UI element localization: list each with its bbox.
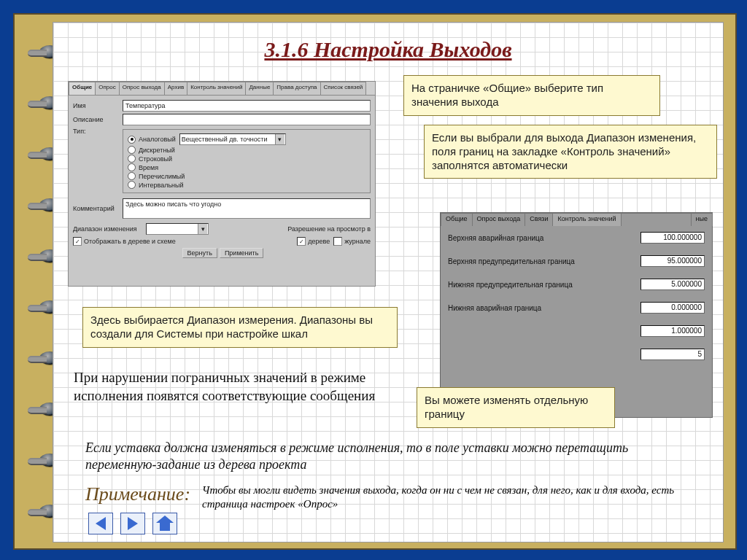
- range-label: Диапазон изменения: [73, 225, 146, 233]
- tab-access[interactable]: Права доступа: [273, 82, 320, 95]
- body-text-2: Если уставка должна изменяться в режиме …: [85, 440, 698, 472]
- tab-poll[interactable]: Опрос: [95, 82, 119, 95]
- type-analog[interactable]: Аналоговый Вещественный дв. точности: [128, 133, 365, 145]
- type-string[interactable]: Строковый: [128, 155, 365, 163]
- upper-warn-value[interactable]: 95.000000: [640, 255, 705, 267]
- show-tree-label: Отображать в дереве и схеме: [84, 238, 176, 245]
- callout-range-auto: Если вы выбрали для выхода Диапазон изме…: [424, 125, 717, 179]
- desc-label: Описание: [73, 116, 123, 123]
- p2-tab-poll[interactable]: Опрос выхода: [472, 213, 526, 226]
- arrow-left-icon: [96, 517, 106, 530]
- lower-warn-label: Нижняя предупредительная граница: [448, 281, 573, 289]
- tab-value-control[interactable]: Контроль значений: [187, 82, 246, 95]
- show-tree-checkbox[interactable]: ✓: [73, 237, 82, 246]
- type-label: Тип:: [73, 128, 123, 135]
- tab-links[interactable]: Список связей: [320, 82, 367, 95]
- perm-tree-checkbox[interactable]: ✓: [297, 237, 306, 246]
- upper-alarm-label: Верхняя аварийная граница: [448, 234, 543, 242]
- type-enum[interactable]: Перечислимый: [128, 172, 365, 180]
- tab-general[interactable]: Общие: [69, 82, 96, 95]
- subtype-dropdown[interactable]: Вещественный дв. точности: [179, 133, 286, 145]
- type-interval[interactable]: Интервальный: [128, 181, 365, 189]
- apply-button[interactable]: Применить: [220, 248, 264, 258]
- p2-tab-extra[interactable]: ные: [691, 213, 713, 226]
- lower-alarm-label: Нижняя аварийная граница: [448, 304, 541, 312]
- body-text-1: При нарушении пограничных значений в реж…: [74, 369, 395, 405]
- extra-value-2[interactable]: 5: [640, 349, 705, 360]
- comment-label: Комментарий: [73, 205, 123, 212]
- page-title: 3.1.6 Настройка Выходов: [53, 37, 723, 62]
- upper-alarm-value[interactable]: 100.000000: [640, 232, 705, 244]
- panel1-tabs: Общие Опрос Опрос выхода Архив Контроль …: [69, 82, 375, 96]
- revert-button[interactable]: Вернуть: [182, 248, 217, 258]
- perm-label: Разрешение на просмотр в: [287, 225, 371, 233]
- name-input[interactable]: Температура: [123, 100, 371, 112]
- general-settings-panel: Общие Опрос Опрос выхода Архив Контроль …: [68, 81, 376, 287]
- tab-archive[interactable]: Архив: [164, 82, 187, 95]
- panel2-tabs: Общие Опрос выхода Связи Контроль значен…: [441, 213, 712, 226]
- lower-warn-value[interactable]: 5.000000: [640, 279, 705, 290]
- p2-tab-control[interactable]: Контроль значений: [552, 213, 621, 226]
- prev-button[interactable]: [88, 513, 113, 534]
- range-dropdown[interactable]: [146, 223, 209, 235]
- type-discrete[interactable]: Дискретный: [128, 146, 365, 154]
- next-button[interactable]: [120, 513, 145, 534]
- perm-journal-checkbox[interactable]: [333, 237, 342, 246]
- callout-edit-limit: Вы можете изменять отдельную границу: [417, 387, 615, 428]
- lower-alarm-value[interactable]: 0.000000: [640, 302, 705, 314]
- slide-nav: [88, 513, 177, 534]
- note-label: Примечание:: [85, 483, 190, 505]
- comment-input[interactable]: Здесь можно писать что угодно: [123, 198, 371, 219]
- tab-poll-output[interactable]: Опрос выхода: [119, 82, 165, 95]
- name-label: Имя: [73, 102, 123, 109]
- extra-value-1[interactable]: 1.000000: [640, 325, 705, 337]
- p2-tab-general[interactable]: Общие: [441, 213, 473, 226]
- upper-warn-label: Верхняя предупредительная граница: [448, 257, 575, 265]
- p2-tab-links[interactable]: Связи: [525, 213, 553, 226]
- callout-range-select: Здесь выбирается Диапазон измерения. Диа…: [82, 307, 398, 348]
- desc-input[interactable]: [123, 114, 371, 125]
- type-time[interactable]: Время: [128, 163, 365, 171]
- tab-data[interactable]: Данные: [245, 82, 274, 95]
- callout-select-type: На страничке «Общие» выберите тип значен…: [403, 75, 660, 116]
- home-button[interactable]: [152, 513, 177, 534]
- note-text: Чтобы вы могли видеть значения выхода, к…: [202, 483, 705, 511]
- arrow-right-icon: [128, 517, 138, 530]
